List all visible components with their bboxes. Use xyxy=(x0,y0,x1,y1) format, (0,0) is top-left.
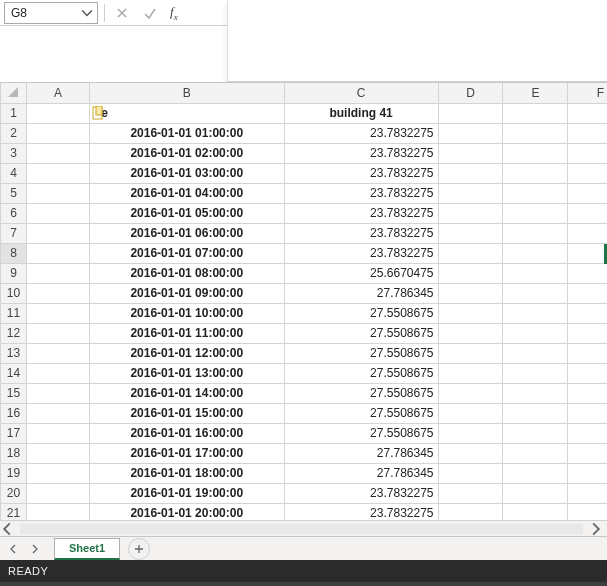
cell[interactable] xyxy=(26,363,89,383)
cell-B15[interactable]: 2016-01-01 14:00:00 xyxy=(89,383,284,403)
cell-C13[interactable]: 27.5508675 xyxy=(284,343,438,363)
cell-C19[interactable]: 27.786345 xyxy=(284,463,438,483)
cell[interactable] xyxy=(26,443,89,463)
scroll-track[interactable] xyxy=(20,524,583,534)
cell[interactable] xyxy=(503,143,568,163)
cell[interactable] xyxy=(438,303,503,323)
cell[interactable] xyxy=(568,303,607,323)
cell[interactable] xyxy=(568,343,607,363)
cell-C7[interactable]: 23.7832275 xyxy=(284,223,438,243)
cell-B10[interactable]: 2016-01-01 09:00:00 xyxy=(89,283,284,303)
cell[interactable] xyxy=(568,223,607,243)
col-header-D[interactable]: D xyxy=(438,83,503,103)
cell[interactable] xyxy=(438,203,503,223)
cell-B19[interactable]: 2016-01-01 18:00:00 xyxy=(89,463,284,483)
cell[interactable] xyxy=(26,383,89,403)
cell[interactable] xyxy=(26,143,89,163)
cell[interactable] xyxy=(438,483,503,503)
cell[interactable] xyxy=(503,383,568,403)
cell-C18[interactable]: 27.786345 xyxy=(284,443,438,463)
cell[interactable] xyxy=(26,243,89,263)
cell[interactable] xyxy=(438,363,503,383)
cell[interactable] xyxy=(503,503,568,520)
row-header[interactable]: 17 xyxy=(1,423,27,443)
col-header-B[interactable]: B xyxy=(89,83,284,103)
cell[interactable] xyxy=(568,323,607,343)
cell[interactable] xyxy=(503,123,568,143)
cell[interactable] xyxy=(438,143,503,163)
select-all-corner[interactable] xyxy=(1,83,27,103)
row-header[interactable]: 21 xyxy=(1,503,27,520)
row-header[interactable]: 7 xyxy=(1,223,27,243)
cell-B9[interactable]: 2016-01-01 08:00:00 xyxy=(89,263,284,283)
cell-B5[interactable]: 2016-01-01 04:00:00 xyxy=(89,183,284,203)
row-header[interactable]: 2 xyxy=(1,123,27,143)
col-header-F[interactable]: F xyxy=(568,83,607,103)
cell[interactable] xyxy=(438,443,503,463)
col-header-E[interactable]: E xyxy=(503,83,568,103)
cell-C2[interactable]: 23.7832275 xyxy=(284,123,438,143)
cell-C3[interactable]: 23.7832275 xyxy=(284,143,438,163)
cell-B2[interactable]: 2016-01-01 01:00:00 xyxy=(89,123,284,143)
row-header[interactable]: 10 xyxy=(1,283,27,303)
row-header[interactable]: 13 xyxy=(1,343,27,363)
cell-C10[interactable]: 27.786345 xyxy=(284,283,438,303)
row-header[interactable]: 9 xyxy=(1,263,27,283)
add-sheet-button[interactable] xyxy=(128,538,150,560)
paste-options-icon[interactable] xyxy=(92,106,106,120)
cell[interactable] xyxy=(568,123,607,143)
horizontal-scrollbar[interactable] xyxy=(0,520,607,536)
cell-B7[interactable]: 2016-01-01 06:00:00 xyxy=(89,223,284,243)
cell[interactable] xyxy=(26,103,89,123)
cell[interactable] xyxy=(26,483,89,503)
cell[interactable] xyxy=(568,403,607,423)
cell[interactable] xyxy=(438,103,503,123)
cell[interactable] xyxy=(568,203,607,223)
cell-B4[interactable]: 2016-01-01 03:00:00 xyxy=(89,163,284,183)
cell[interactable] xyxy=(503,423,568,443)
cell[interactable] xyxy=(568,183,607,203)
cell-B13[interactable]: 2016-01-01 12:00:00 xyxy=(89,343,284,363)
cell[interactable] xyxy=(568,243,607,263)
cell[interactable] xyxy=(26,343,89,363)
cell[interactable] xyxy=(503,283,568,303)
row-header[interactable]: 14 xyxy=(1,363,27,383)
cell-B12[interactable]: 2016-01-01 11:00:00 xyxy=(89,323,284,343)
cell[interactable] xyxy=(438,183,503,203)
cell-C8[interactable]: 23.7832275 xyxy=(284,243,438,263)
cell[interactable] xyxy=(568,503,607,520)
cell-B20[interactable]: 2016-01-01 19:00:00 xyxy=(89,483,284,503)
row-header[interactable]: 3 xyxy=(1,143,27,163)
cell-C16[interactable]: 27.5508675 xyxy=(284,403,438,423)
cell[interactable] xyxy=(503,243,568,263)
tab-nav-next-icon[interactable] xyxy=(26,540,44,558)
cell[interactable] xyxy=(438,243,503,263)
cell[interactable] xyxy=(503,463,568,483)
cell[interactable] xyxy=(438,463,503,483)
cell-B6[interactable]: 2016-01-01 05:00:00 xyxy=(89,203,284,223)
enter-formula-icon[interactable] xyxy=(139,3,161,23)
cell[interactable] xyxy=(438,423,503,443)
cell[interactable] xyxy=(503,403,568,423)
cell[interactable] xyxy=(568,163,607,183)
cell-C9[interactable]: 25.6670475 xyxy=(284,263,438,283)
col-header-C[interactable]: C xyxy=(284,83,438,103)
cell-C17[interactable]: 27.5508675 xyxy=(284,423,438,443)
cell[interactable] xyxy=(503,183,568,203)
cell[interactable] xyxy=(26,283,89,303)
cell[interactable] xyxy=(26,503,89,520)
cell[interactable] xyxy=(26,123,89,143)
cell[interactable] xyxy=(438,343,503,363)
cell[interactable] xyxy=(503,363,568,383)
fx-icon[interactable]: fx xyxy=(167,4,181,22)
cell[interactable] xyxy=(568,383,607,403)
cell-B8[interactable]: 2016-01-01 07:00:00 xyxy=(89,243,284,263)
cell[interactable] xyxy=(438,223,503,243)
col-header-A[interactable]: A xyxy=(26,83,89,103)
cell-C1[interactable]: building 41 xyxy=(284,103,438,123)
row-header[interactable]: 18 xyxy=(1,443,27,463)
cell[interactable] xyxy=(568,463,607,483)
cell[interactable] xyxy=(26,163,89,183)
cell[interactable] xyxy=(568,263,607,283)
cell-C14[interactable]: 27.5508675 xyxy=(284,363,438,383)
